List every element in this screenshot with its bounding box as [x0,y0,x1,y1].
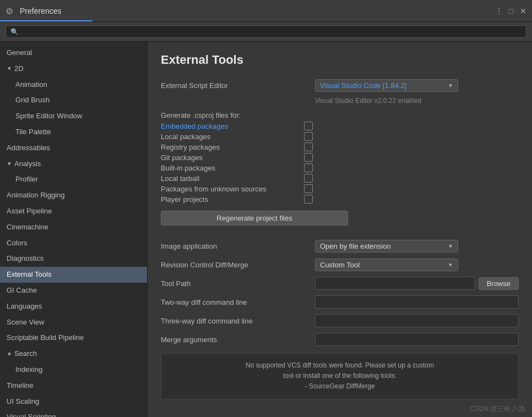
sidebar-item-colors[interactable]: Colors [0,235,147,251]
checkbox-row-registry: Registry packages [161,142,519,151]
two-way-diff-label: Two-way diff command line [161,298,315,306]
two-way-diff-input[interactable] [315,295,519,309]
checkbox-row-local: Local packages [161,132,519,141]
checkbox-builtin[interactable] [304,163,313,172]
sidebar-label-2d: 2D [14,63,24,75]
sidebar-item-analysis[interactable]: ▼Analysis [0,156,147,172]
sidebar-item-ui-scaling[interactable]: UI Scaling [0,394,147,410]
close-button[interactable]: ✕ [519,7,528,15]
sidebar-item-visual-scripting[interactable]: Visual Scripting [0,409,147,417]
merge-args-input[interactable] [315,333,519,346]
menu-button[interactable]: ⋮ [495,7,503,15]
sidebar-item-asset-pipeline[interactable]: Asset Pipeline [0,204,147,220]
sidebar-label-colors: Colors [7,238,28,249]
sidebar-label-analysis: Analysis [14,158,41,170]
checkbox-label-git: Git packages [161,153,304,162]
sidebar-item-gi-cache[interactable]: GI Cache [0,283,147,299]
sidebar-label-general: General [7,47,32,59]
watermark: CSDN @三枪·八路 [470,404,525,414]
sidebar-item-scene-view[interactable]: Scene View [0,315,147,331]
sidebar-item-animation[interactable]: Animation [0,77,147,93]
sidebar-item-addressables[interactable]: Addressables [0,140,147,156]
checkbox-label-player-projects: Player projects [161,195,304,204]
info-line-2: tool or install one of the following too… [169,371,511,381]
sidebar-item-timeline[interactable]: Timeline [0,378,147,394]
script-editor-hint: Visual Studio Editor v2.0.22 enabled [315,97,519,105]
three-way-diff-label: Three-way diff command line [161,317,315,325]
tool-path-input[interactable] [315,277,475,290]
three-way-diff-row: Three-way diff command line [161,314,519,328]
sidebar-label-languages: Languages [7,301,42,312]
search-input[interactable] [21,28,522,36]
browse-button[interactable]: Browse [479,277,519,290]
sidebar-item-animation-rigging[interactable]: Animation Rigging [0,188,147,204]
sidebar-label-animation: Animation [15,79,47,91]
sidebar-item-general[interactable]: General [0,45,147,61]
sidebar-item-2d[interactable]: ▼2D [0,61,147,77]
merge-args-row: Merge arguments [161,332,519,347]
sidebar-item-search[interactable]: ▼Search [0,346,147,362]
checkbox-embedded[interactable] [304,122,313,130]
merge-args-label: Merge arguments [161,336,315,344]
sidebar-item-scriptable-build[interactable]: Scriptable Build Pipeline [0,330,147,346]
sidebar-label-profiler: Profiler [15,174,38,185]
window-controls: ⋮ □ ✕ [495,7,528,15]
checkbox-row-local-tarball: Local tarball [161,174,519,183]
checkbox-row-embedded: Embedded packages [161,122,519,130]
checkbox-player-projects[interactable] [304,195,313,204]
checkbox-row-player-projects: Player projects [161,195,519,204]
title-underline [0,20,93,21]
sidebar-item-profiler[interactable]: Profiler [0,172,147,188]
script-editor-dropdown[interactable]: Visual Studio Code [1.84.2] ▼ [315,79,458,92]
checkbox-label-embedded: Embedded packages [161,122,304,130]
sidebar-label-tile-palette: Tile Palette [15,127,51,138]
regenerate-button[interactable]: Regenerate project files [161,211,348,226]
chevron-down-icon: ▼ [448,83,453,89]
sidebar-item-diagnostics[interactable]: Diagnostics [0,251,147,267]
revision-control-dropdown[interactable]: Custom Tool ▼ [315,259,458,271]
sidebar-label-search: Search [14,348,37,360]
sidebar-item-indexing[interactable]: Indexing [0,362,147,378]
sidebar-item-languages[interactable]: Languages [0,299,147,315]
checkbox-local[interactable] [304,132,313,141]
sidebar-item-cinemachine[interactable]: Cinemachine [0,220,147,235]
sidebar-label-diagnostics: Diagnostics [7,253,44,265]
image-app-dropdown[interactable]: Open by file extension ▼ [315,240,458,253]
sidebar-label-animation-rigging: Animation Rigging [7,190,65,201]
checkbox-label-registry: Registry packages [161,143,304,151]
checkbox-row-unknown-sources: Packages from unknown sources [161,184,519,193]
info-line-1: No supported VCS diff tools were found. … [169,360,511,371]
sidebar-label-addressables: Addressables [7,142,50,154]
maximize-button[interactable]: □ [507,7,515,15]
checkbox-registry[interactable] [304,142,313,151]
info-box: No supported VCS diff tools were found. … [161,353,519,399]
info-line-3: - SourceGear DiffMerge [169,381,511,392]
sidebar-item-tile-palette[interactable]: Tile Palette [0,124,147,140]
image-app-label: Image application [161,242,315,250]
checkbox-local-tarball[interactable] [304,174,313,183]
csproj-section-label: Generate .csproj files for: [161,111,519,119]
checkbox-row-git: Git packages [161,153,519,162]
tool-path-label: Tool Path [161,279,315,288]
sidebar-label-scriptable-build: Scriptable Build Pipeline [7,332,84,344]
tool-path-row: Tool Path Browse [161,276,519,290]
image-app-row: Image application Open by file extension… [161,239,519,253]
revision-control-value: Custom Tool [320,261,360,269]
sidebar: General▼2DAnimationGrid BrushSprite Edit… [0,42,148,417]
search-wrap: 🔍 [6,25,526,38]
sidebar-label-grid-brush: Grid Brush [15,95,50,106]
sidebar-item-grid-brush[interactable]: Grid Brush [0,92,147,108]
three-way-diff-input[interactable] [315,314,519,327]
checkbox-git[interactable] [304,153,313,162]
image-app-value: Open by file extension [320,242,391,250]
sidebar-item-sprite-editor[interactable]: Sprite Editor Window [0,108,147,124]
chevron-down-icon-3: ▼ [448,262,453,268]
sidebar-item-external-tools[interactable]: External Tools [0,267,147,283]
window-title: Preferences [20,7,61,15]
checkbox-unknown-sources[interactable] [304,184,313,193]
gear-icon: ⚙ [6,6,15,16]
script-editor-value: Visual Studio Code [1.84.2] [320,81,406,90]
search-icon: 🔍 [10,28,19,36]
checkbox-row-builtin: Built-in packages [161,163,519,172]
sidebar-label-ui-scaling: UI Scaling [7,396,39,408]
